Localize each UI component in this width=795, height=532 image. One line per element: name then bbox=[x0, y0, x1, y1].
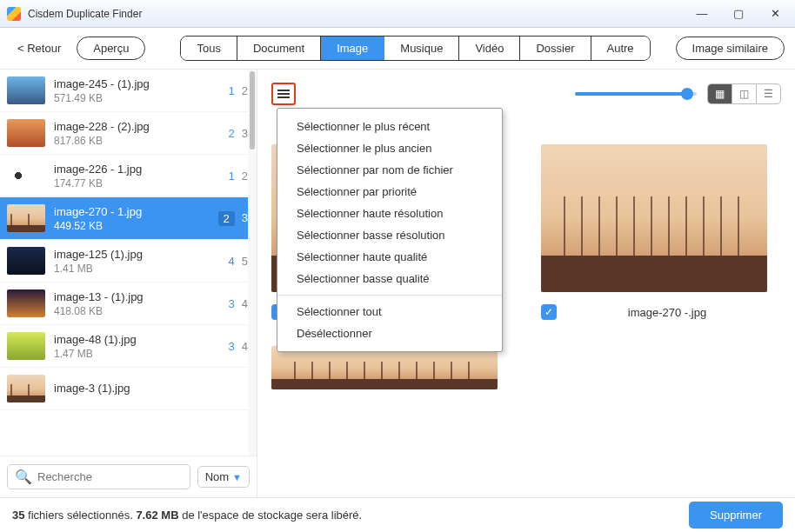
menu-item[interactable]: Sélectionner le plus ancien bbox=[277, 137, 502, 159]
preview-cell: ✓image-270 -.jpg bbox=[541, 144, 767, 320]
file-size: 449.52 KB bbox=[54, 220, 210, 232]
selected-in-group: 4 bbox=[229, 255, 235, 268]
total-in-group: 5 bbox=[242, 255, 248, 268]
menu-item[interactable]: Sélectionner par priorité bbox=[277, 181, 502, 203]
search-icon: 🔍 bbox=[15, 469, 32, 485]
tab-vidéo[interactable]: Vidéo bbox=[459, 37, 520, 60]
file-name: image-3 (1).jpg bbox=[54, 382, 232, 395]
scrollbar[interactable] bbox=[248, 70, 257, 456]
select-checkbox[interactable]: ✓ bbox=[541, 304, 557, 320]
sidebar-footer: 🔍 Nom ▼ bbox=[0, 456, 257, 497]
tab-image[interactable]: Image bbox=[321, 37, 384, 60]
thumbnail bbox=[7, 375, 45, 402]
menu-item[interactable]: Sélectionner haute résolution bbox=[277, 203, 502, 224]
free-space-label: de l'espace de stockage sera libéré. bbox=[182, 509, 362, 522]
duplicate-list: image-245 - (1).jpg571.49 KB12image-228 … bbox=[0, 70, 257, 456]
menu-item[interactable]: Sélectionner basse résolution bbox=[277, 224, 502, 246]
tab-document[interactable]: Document bbox=[237, 37, 321, 60]
file-size: 1.47 MB bbox=[54, 348, 220, 360]
preview-file-name: image-270 -.jpg bbox=[567, 306, 767, 319]
file-name: image-228 - (2).jpg bbox=[54, 120, 220, 133]
menu-item[interactable]: Désélectionner bbox=[277, 323, 502, 344]
list-item[interactable]: image-226 - 1.jpg174.77 KB12 bbox=[0, 155, 257, 197]
app-title: Cisdem Duplicate Finder bbox=[28, 8, 142, 20]
thumbnail bbox=[7, 289, 45, 317]
list-item[interactable]: image-270 - 1.jpg449.52 KB23 bbox=[0, 197, 257, 240]
close-button[interactable]: ✕ bbox=[769, 7, 781, 20]
preview-pane: ▦ ◫ ☰ ✓image-270 - 1.jpg✓image-270 -.jpg… bbox=[257, 70, 795, 497]
sidebar: image-245 - (1).jpg571.49 KB12image-228 … bbox=[0, 70, 257, 497]
maximize-button[interactable]: ▢ bbox=[732, 7, 745, 20]
compare-view-button[interactable]: ◫ bbox=[732, 84, 757, 103]
list-item[interactable]: image-48 (1).jpg1.47 MB34 bbox=[0, 325, 257, 368]
title-bar: Cisdem Duplicate Finder — ▢ ✕ bbox=[0, 0, 795, 28]
selected-count: 35 bbox=[12, 509, 24, 522]
thumbnail bbox=[7, 332, 45, 360]
file-name: image-125 (1).jpg bbox=[54, 248, 220, 261]
grid-view-button[interactable]: ▦ bbox=[708, 84, 732, 103]
list-view-button[interactable]: ☰ bbox=[757, 84, 780, 103]
total-in-group: 3 bbox=[242, 127, 248, 140]
menu-item[interactable]: Sélectionner basse qualité bbox=[277, 268, 502, 289]
toolbar: < Retour Aperçu TousDocumentImageMusique… bbox=[0, 28, 795, 70]
thumbnail bbox=[7, 76, 45, 104]
selected-count-label: fichiers sélectionnés. bbox=[28, 509, 133, 522]
main-area: image-245 - (1).jpg571.49 KB12image-228 … bbox=[0, 70, 795, 497]
menu-item[interactable]: Sélectionner le plus récent bbox=[277, 116, 502, 137]
minimize-button[interactable]: — bbox=[696, 7, 708, 20]
total-in-group: 4 bbox=[242, 340, 248, 353]
similar-image-button[interactable]: Image similaire bbox=[676, 37, 785, 60]
sort-label: Nom bbox=[205, 470, 229, 483]
selection-menu: Sélectionner le plus récentSélectionner … bbox=[277, 108, 503, 352]
file-size: 174.77 KB bbox=[54, 177, 220, 190]
total-in-group: 4 bbox=[242, 297, 248, 310]
free-space-size: 7.62 MB bbox=[136, 509, 178, 522]
selected-in-group: 1 bbox=[229, 170, 235, 183]
preview-thumbnail[interactable] bbox=[271, 346, 498, 389]
file-name: image-48 (1).jpg bbox=[54, 333, 220, 346]
list-item[interactable]: image-3 (1).jpg bbox=[0, 368, 257, 410]
search-field[interactable] bbox=[37, 470, 183, 483]
selected-in-group: 3 bbox=[229, 297, 235, 310]
file-name: image-13 - (1).jpg bbox=[54, 290, 220, 303]
selection-menu-button[interactable] bbox=[271, 83, 296, 105]
selected-in-group: 3 bbox=[229, 340, 235, 353]
total-in-group: 2 bbox=[242, 170, 248, 183]
tab-tous[interactable]: Tous bbox=[181, 37, 237, 60]
file-name: image-226 - 1.jpg bbox=[54, 163, 220, 176]
thumbnail bbox=[7, 204, 45, 232]
tab-musique[interactable]: Musique bbox=[384, 37, 459, 60]
delete-button[interactable]: Supprimer bbox=[689, 502, 783, 529]
file-size: 418.08 KB bbox=[54, 305, 220, 317]
menu-item[interactable]: Sélectionner haute qualité bbox=[277, 246, 502, 268]
sort-button[interactable]: Nom ▼ bbox=[197, 466, 250, 488]
preview-thumbnail[interactable] bbox=[541, 144, 767, 292]
menu-item[interactable]: Sélectionner tout bbox=[277, 301, 502, 323]
file-name: image-270 - 1.jpg bbox=[54, 205, 210, 218]
total-in-group: 3 bbox=[242, 211, 248, 226]
list-item[interactable]: image-13 - (1).jpg418.08 KB34 bbox=[0, 283, 257, 325]
tab-autre[interactable]: Autre bbox=[591, 37, 650, 60]
file-name: image-245 - (1).jpg bbox=[54, 77, 220, 90]
selected-in-group: 1 bbox=[229, 84, 235, 97]
chevron-down-icon: ▼ bbox=[232, 472, 242, 482]
list-item[interactable]: image-125 (1).jpg1.41 MB45 bbox=[0, 240, 257, 283]
list-item[interactable]: image-228 - (2).jpg817.86 KB23 bbox=[0, 112, 257, 155]
view-mode-switch: ▦ ◫ ☰ bbox=[707, 83, 781, 104]
back-button[interactable]: < Retour bbox=[10, 38, 68, 58]
file-size: 571.49 KB bbox=[54, 92, 220, 104]
preview-button[interactable]: Aperçu bbox=[77, 37, 145, 60]
app-icon bbox=[7, 7, 21, 21]
menu-item[interactable]: Sélectionner par nom de fichier bbox=[277, 159, 502, 181]
category-tabs: TousDocumentImageMusiqueVidéoDossierAutr… bbox=[180, 36, 650, 61]
tab-dossier[interactable]: Dossier bbox=[520, 37, 591, 60]
status-bar: 35 fichiers sélectionnés. 7.62 MB de l'e… bbox=[0, 497, 795, 532]
search-input[interactable]: 🔍 bbox=[7, 464, 190, 489]
thumbnail bbox=[7, 162, 45, 190]
file-size: 817.86 KB bbox=[54, 135, 220, 147]
zoom-slider[interactable] bbox=[575, 92, 697, 96]
thumbnail bbox=[7, 119, 45, 147]
list-item[interactable]: image-245 - (1).jpg571.49 KB12 bbox=[0, 70, 257, 112]
thumbnail bbox=[7, 247, 45, 275]
selected-in-group: 2 bbox=[218, 211, 235, 226]
